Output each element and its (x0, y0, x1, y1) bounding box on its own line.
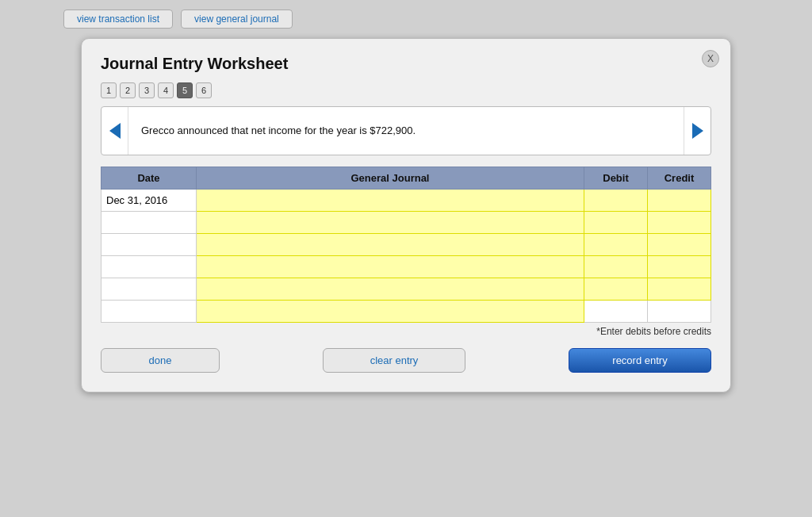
table-row (102, 256, 711, 278)
done-button[interactable]: done (101, 348, 220, 373)
row3-debit-input[interactable] (584, 234, 648, 256)
row1-journal-input[interactable] (197, 190, 584, 212)
row3-journal-input[interactable] (197, 234, 584, 256)
next-arrow-button[interactable] (684, 107, 710, 155)
header-journal: General Journal (197, 167, 584, 190)
table-row (102, 278, 711, 301)
page-1[interactable]: 1 (101, 82, 117, 98)
prev-arrow-button[interactable] (102, 107, 128, 155)
view-general-journal-button[interactable]: view general journal (181, 10, 293, 29)
row1-debit-input[interactable] (584, 190, 648, 212)
close-icon: X (707, 53, 714, 64)
header-date: Date (102, 167, 197, 190)
close-button[interactable]: X (702, 50, 719, 67)
row5-credit-input[interactable] (648, 278, 711, 301)
row5-debit-input[interactable] (584, 278, 648, 301)
hint-text: *Enter debits before credits (101, 326, 711, 337)
row4-journal-input[interactable] (197, 256, 584, 278)
page-6[interactable]: 6 (196, 82, 212, 98)
clear-entry-button[interactable]: clear entry (323, 348, 465, 373)
row1-credit-input[interactable] (648, 190, 711, 212)
table-row (102, 212, 711, 234)
table-row (102, 234, 711, 256)
page-2[interactable]: 2 (120, 82, 136, 98)
table-row (102, 301, 711, 323)
row6-journal-input[interactable] (197, 301, 584, 323)
table-header-row: Date General Journal Debit Credit (102, 167, 711, 190)
scenario-box: Grecco announced that net income for the… (101, 106, 711, 155)
top-bar: view transaction list view general journ… (0, 0, 812, 38)
row5-journal-input[interactable] (197, 278, 584, 301)
right-arrow-icon (692, 123, 703, 139)
row4-date (102, 256, 197, 278)
journal-table: Date General Journal Debit Credit Dec 31… (101, 167, 711, 323)
row4-credit-input[interactable] (648, 256, 711, 278)
row2-credit-input[interactable] (648, 212, 711, 234)
row5-date (102, 278, 197, 301)
view-transaction-list-button[interactable]: view transaction list (63, 10, 173, 29)
page-5[interactable]: 5 (177, 82, 193, 98)
row3-date (102, 234, 197, 256)
left-arrow-icon (109, 123, 121, 139)
row4-debit-input[interactable] (584, 256, 648, 278)
modal: Journal Entry Worksheet X 1 2 3 4 5 6 Gr… (81, 38, 731, 393)
row6-credit (648, 301, 711, 323)
modal-title: Journal Entry Worksheet (101, 55, 711, 73)
scenario-text: Grecco announced that net income for the… (128, 115, 684, 147)
row2-debit-input[interactable] (584, 212, 648, 234)
pagination: 1 2 3 4 5 6 (101, 82, 711, 98)
row3-credit-input[interactable] (648, 234, 711, 256)
row1-date: Dec 31, 2016 (102, 190, 197, 212)
header-debit: Debit (584, 167, 648, 190)
page-3[interactable]: 3 (139, 82, 155, 98)
row2-date (102, 212, 197, 234)
bottom-buttons: done clear entry record entry (101, 348, 711, 373)
row6-date (102, 301, 197, 323)
record-entry-button[interactable]: record entry (569, 348, 711, 373)
header-credit: Credit (648, 167, 711, 190)
table-row: Dec 31, 2016 (102, 190, 711, 212)
row2-journal-input[interactable] (197, 212, 584, 234)
row6-debit (584, 301, 648, 323)
page-4[interactable]: 4 (158, 82, 174, 98)
